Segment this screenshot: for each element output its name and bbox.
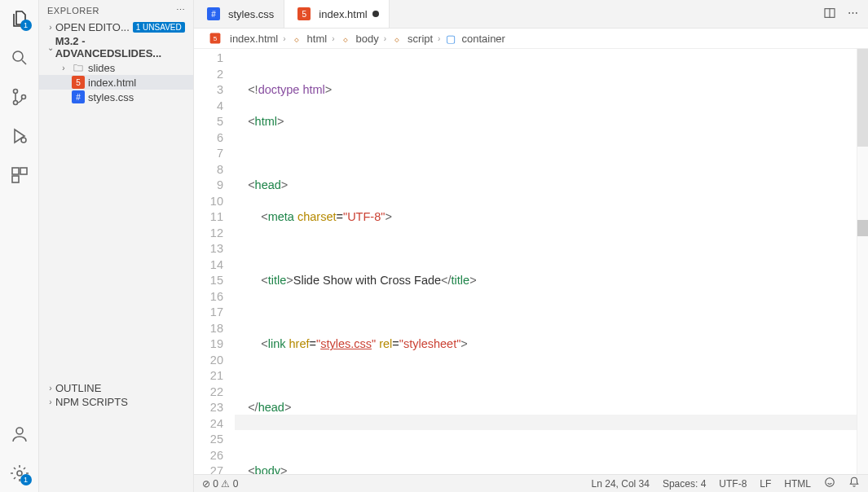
- tab-bar: #styles.css 5index.html ⋯: [194, 0, 868, 29]
- html-file-icon: 5: [297, 7, 311, 20]
- symbol-tag-icon: ⬦: [340, 33, 351, 44]
- sidebar-more-icon[interactable]: ⋯: [176, 5, 186, 15]
- code-area[interactable]: <!doctype html> <html> <head> <meta char…: [235, 49, 857, 474]
- settings-icon[interactable]: 1: [9, 463, 30, 484]
- file-styles-css[interactable]: #styles.css: [39, 90, 193, 104]
- status-language[interactable]: HTML: [784, 478, 811, 490]
- editor[interactable]: 1234567891011121314151617181920212223242…: [194, 49, 868, 474]
- status-problems[interactable]: ⊘ 0 ⚠ 0: [202, 478, 238, 490]
- dirty-indicator-icon: [372, 11, 379, 17]
- svg-point-4: [21, 138, 26, 143]
- symbol-tag-icon: ⬦: [291, 33, 302, 44]
- folder-slides[interactable]: ›slides: [39, 60, 193, 75]
- svg-point-3: [21, 95, 25, 99]
- bell-icon[interactable]: [848, 477, 860, 490]
- debug-icon[interactable]: [9, 125, 30, 147]
- svg-rect-7: [12, 176, 19, 182]
- sidebar: EXPLORER⋯ ›OPEN EDITO...1 UNSAVED ⌄M3.2 …: [39, 0, 194, 492]
- status-indent[interactable]: Spaces: 4: [663, 478, 706, 490]
- html-file-icon: 5: [72, 76, 85, 89]
- extensions-icon[interactable]: [9, 165, 30, 186]
- open-editors-section[interactable]: ›OPEN EDITO...1 UNSAVED: [39, 20, 193, 34]
- symbol-tag-icon: ⬦: [391, 33, 403, 44]
- html-file-icon: 5: [210, 33, 221, 44]
- svg-rect-5: [12, 168, 19, 174]
- status-cursor[interactable]: Ln 24, Col 34: [592, 478, 650, 490]
- scrollbar[interactable]: [857, 49, 868, 474]
- files-badge: 1: [20, 20, 32, 31]
- status-bar: ⊘ 0 ⚠ 0 Ln 24, Col 34 Spaces: 4 UTF-8 LF…: [194, 474, 868, 492]
- file-index-html[interactable]: 5index.html: [39, 75, 193, 90]
- breadcrumbs[interactable]: 5index.html ›⬦html ›⬦body ›⬦script ›▢con…: [194, 29, 868, 49]
- activity-bar: 1 1: [0, 0, 39, 492]
- svg-point-0: [13, 51, 23, 61]
- css-file-icon: #: [72, 90, 85, 103]
- settings-badge: 1: [20, 474, 32, 485]
- source-control-icon[interactable]: [9, 86, 30, 108]
- account-icon[interactable]: [9, 424, 30, 445]
- svg-point-9: [17, 471, 22, 476]
- css-file-icon: #: [207, 7, 220, 20]
- project-root[interactable]: ⌄M3.2 - ADVANCEDSLIDES...: [39, 34, 193, 60]
- status-eol[interactable]: LF: [760, 478, 771, 490]
- split-editor-icon[interactable]: [823, 7, 836, 22]
- files-icon[interactable]: 1: [9, 8, 30, 29]
- svg-rect-6: [20, 168, 27, 174]
- feedback-icon[interactable]: [824, 477, 835, 490]
- symbol-variable-icon: ▢: [445, 33, 456, 44]
- outline-section[interactable]: ›OUTLINE: [39, 381, 193, 395]
- search-icon[interactable]: [9, 47, 30, 68]
- svg-point-11: [826, 478, 835, 487]
- npm-scripts-section[interactable]: ›NPM SCRIPTS: [39, 395, 193, 409]
- line-gutter: 1234567891011121314151617181920212223242…: [194, 49, 235, 474]
- svg-point-2: [13, 101, 17, 105]
- status-encoding[interactable]: UTF-8: [719, 478, 747, 490]
- tab-more-icon[interactable]: ⋯: [848, 7, 858, 22]
- current-line-highlight: [235, 415, 857, 431]
- explorer-title: EXPLORER: [47, 6, 99, 15]
- tab-index-html[interactable]: 5index.html: [284, 0, 389, 28]
- folder-icon: [72, 61, 85, 74]
- tab-styles-css[interactable]: #styles.css: [194, 0, 284, 28]
- svg-point-1: [13, 90, 17, 94]
- unsaved-badge: 1 UNSAVED: [133, 22, 185, 33]
- svg-point-8: [16, 428, 23, 434]
